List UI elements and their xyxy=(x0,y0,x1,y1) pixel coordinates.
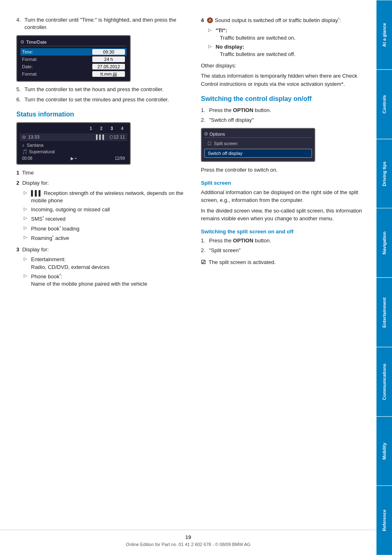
split-screen-checkbox: ☐ xyxy=(207,141,212,146)
sidebar-tab-communications[interactable]: Communications xyxy=(376,347,392,416)
sidebar-tab-entertainment[interactable]: Entertainment xyxy=(376,278,392,347)
step6-num: 6. xyxy=(16,96,22,103)
checkmark-icon: ☑ xyxy=(201,259,206,265)
sidebar: At a glance Controls Driving tips Naviga… xyxy=(376,0,392,555)
switching-step2-num: 2. xyxy=(201,247,207,254)
step4-list: 4. Turn the controller until "Time:" is … xyxy=(16,16,185,31)
item2-bullet1: ▷ ▌▌▌ Reception strength of the wireless… xyxy=(24,190,185,204)
item3-text: 3 Display for: xyxy=(16,246,185,254)
section2-step1-text: Press the OPTION button. xyxy=(209,107,271,114)
status-time-row: ⊙ 13:33 ▌▌▌ ⬡12 11 xyxy=(20,133,127,141)
switching-step1-text: Press the OPTION button. xyxy=(209,237,271,244)
timedate-label-format1: Format: xyxy=(22,57,38,62)
status-music-icon: ♪ xyxy=(22,143,24,148)
status-num4: 4 xyxy=(121,126,123,131)
item3-container: 3 Display for: ▷ Entertainment:Radio, CD… xyxy=(16,246,185,288)
item2-bullet1-text: ▌▌▌ Reception strength of the wireless n… xyxy=(31,190,185,204)
options-item-switch-off: Switch off display xyxy=(204,149,312,158)
switching-step2: 2. "Split screen" xyxy=(201,247,364,254)
status-num1: 1 xyxy=(90,126,92,131)
sidebar-tab-controls[interactable]: Controls xyxy=(376,69,392,139)
right-column: 4 🔕 Sound output is switched off or traf… xyxy=(193,16,364,291)
section2-step2: 2. "Switch off display" xyxy=(201,116,364,124)
step5-item: 5. Turn the controller to set the hours … xyxy=(16,86,185,93)
timedate-label-date: Date: xyxy=(22,64,33,69)
switching-step1: 1. Press the OPTION button. xyxy=(201,237,364,244)
sidebar-tab-at-a-glance[interactable]: At a glance xyxy=(376,0,392,69)
step6-item: 6. Turn the controller to set the minute… xyxy=(16,96,185,103)
item2-bullet3: ▷ SMS* received xyxy=(24,215,185,223)
section2-heading: Switching the control display on/off xyxy=(201,95,364,103)
item2-text: 2 Display for: xyxy=(16,179,185,187)
timedate-value-format2: tt.mm.jjjj xyxy=(92,71,125,77)
item3-num: 3 xyxy=(16,246,19,253)
triangle-icon: ▷ xyxy=(24,225,28,233)
triangle-icon: ▷ xyxy=(24,234,28,242)
item2-bullet2: ▷ Incoming, outgoing or missed call xyxy=(24,206,185,213)
status-time-value: 13:33 xyxy=(28,134,94,139)
section2-step1-num: 1. xyxy=(201,107,207,114)
item4-num: 4 xyxy=(201,17,204,23)
item4-bullets: ▷ "TI": Traffic bulletins are switched o… xyxy=(208,27,364,58)
item4-container: 4 🔕 Sound output is switched off or traf… xyxy=(201,16,364,58)
timedate-value-time: 09:30 xyxy=(92,49,125,55)
other-displays-label: Other displays: xyxy=(201,62,364,70)
step4-num: 4. xyxy=(16,16,22,31)
status-num2: 2 xyxy=(100,126,102,131)
switching-steps: 1. Press the OPTION button. 2. "Split sc… xyxy=(201,237,364,254)
item2-bullet5-text: Roaming* active xyxy=(31,234,69,242)
timedate-header: ⊙ Time/Date xyxy=(20,39,127,46)
status-artist: Santana xyxy=(27,143,44,148)
sidebar-tab-navigation[interactable]: Navigation xyxy=(376,208,392,278)
section2-steps: 1. Press the OPTION button. 2. "Switch o… xyxy=(201,107,364,124)
sidebar-tab-reference[interactable]: Reference xyxy=(376,486,392,555)
timedate-title: Time/Date xyxy=(26,40,47,45)
item4-bullet2: ▷ No display: Traffic bulletins are swit… xyxy=(208,43,364,58)
options-item-split-screen: ☐ Split screen xyxy=(204,139,312,148)
status-section-heading: Status information xyxy=(16,111,185,118)
step5-text: Turn the controller to set the hours and… xyxy=(24,86,164,93)
switching-step2-text: "Split screen" xyxy=(209,247,241,254)
status-battery-icon: ⬡12 11 xyxy=(109,134,125,140)
timedate-label-format2: Format: xyxy=(22,72,38,76)
item2-bullets: ▷ ▌▌▌ Reception strength of the wireless… xyxy=(24,190,185,242)
footer-text: Online Edition for Part no. 01 41 2 602 … xyxy=(0,542,376,547)
options-icon: ⊙ xyxy=(204,131,208,137)
item1-text: 1 Time xyxy=(16,169,185,177)
options-screenshot: ⊙ Options ☐ Split screen Switch off disp… xyxy=(201,128,315,162)
main-content: 4. Turn the controller until "Time:" is … xyxy=(0,0,376,316)
item1-num: 1 xyxy=(16,170,19,176)
sidebar-tab-driving-tips[interactable]: Driving tips xyxy=(376,139,392,208)
status-wifi-icon: ⊙ xyxy=(22,134,26,140)
status-numbers-bar: 1 2 3 4 xyxy=(20,125,127,132)
status-song-row: ♪ Santana xyxy=(20,142,127,148)
step4-text: Turn the controller until "Time:" is hig… xyxy=(24,16,185,31)
timedate-label-time: Time: xyxy=(22,49,33,54)
sidebar-tab-mobility[interactable]: Mobility xyxy=(376,416,392,486)
item3-bullets: ▷ Entertainment:Radio, CD/DVD, external … xyxy=(24,256,185,288)
item2-num: 2 xyxy=(16,180,19,186)
triangle-icon: ▷ xyxy=(24,190,28,204)
timedate-value-format1: 24 h xyxy=(92,56,125,62)
item3-bullet2-text: Phone book*:Name of the mobile phone pai… xyxy=(31,273,147,288)
checkmark-text: ☑ The split screen is activated. xyxy=(201,258,364,266)
section2-step1: 1. Press the OPTION button. xyxy=(201,107,364,114)
steps56-list: 5. Turn the controller to set the hours … xyxy=(16,86,185,103)
other-displays-text: The status information is temporarily hi… xyxy=(201,72,364,88)
footer: 19 Online Edition for Part no. 01 41 2 6… xyxy=(0,530,376,547)
status-screenshot: 1 2 3 4 ⊙ 13:33 ▌▌▌ ⬡12 11 ♪ Santana 🎵 S… xyxy=(16,122,131,165)
status-track-icon: 🎵 xyxy=(22,149,28,154)
triangle-icon: ▷ xyxy=(208,43,212,58)
triangle-icon: ▷ xyxy=(24,256,28,271)
triangle-icon: ▷ xyxy=(208,27,212,42)
step5-num: 5. xyxy=(16,86,22,93)
timedate-row-time: Time: 09:30 xyxy=(20,48,127,56)
timedate-row-format1: Format: 24 h xyxy=(20,56,127,63)
status-signal-icon: ▌▌▌ xyxy=(96,134,105,139)
status-playback-time: 00:08 xyxy=(22,156,32,161)
section2-step2-text: "Switch off display" xyxy=(209,116,254,124)
item2-container: 2 Display for: ▷ ▌▌▌ Reception strength … xyxy=(16,179,185,242)
status-track-num: 12/99 xyxy=(115,156,125,161)
split-text2: In the divided screen view, the so-calle… xyxy=(201,207,364,223)
item3-bullet1: ▷ Entertainment:Radio, CD/DVD, external … xyxy=(24,256,185,271)
